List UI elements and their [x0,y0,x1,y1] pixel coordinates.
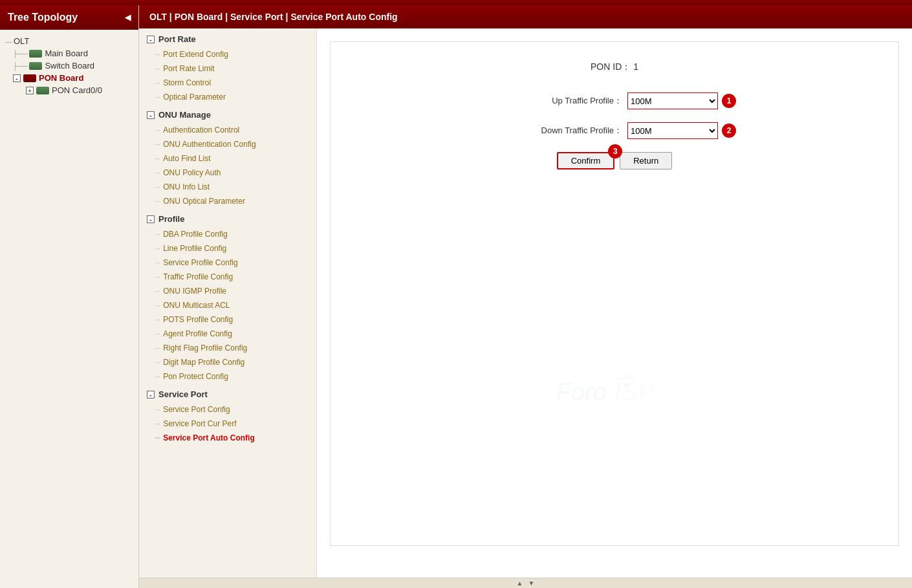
nav-item-label-5: Authentication Control [163,125,239,135]
nav-item-label-22: Service Port Config [163,405,230,414]
nav-item-service-port-config[interactable]: ··· Service Port Config [139,402,316,417]
nav-item-onu-igmp-profile[interactable]: ··· ONU IGMP Profile [139,284,316,298]
nav-item-service-port-auto-config[interactable]: ··· Service Port Auto Config [139,431,316,445]
tree-item-pon-card[interactable]: + PON Card0/0 [23,84,136,96]
nav-section-port-rate-label: Port Rate [158,34,196,44]
up-traffic-label: Up Traffic Profile： [493,95,622,107]
nav-section-header-profile[interactable]: - Profile [139,211,316,227]
nav-item-onu-info-list[interactable]: ··· ONU Info List [139,180,316,194]
pon-id-value: 1 [633,61,638,72]
section-expand-icon-port-rate[interactable]: - [147,36,155,43]
nav-item-right-flag-profile-config[interactable]: ··· Right Flag Profile Config [139,341,316,355]
nav-item-label-11: DBA Profile Config [163,230,227,239]
nav-item-digit-map-profile-config[interactable]: ··· Digit Map Profile Config [139,355,316,369]
nav-connector: ··· [155,50,160,58]
nav-item-pon-protect-config[interactable]: ··· Pon Protect Config [139,369,316,384]
nav-item-service-profile-config[interactable]: ··· Service Profile Config [139,256,316,270]
pon-id-display: PON ID： 1 [343,61,885,73]
nav-item-label-4: Optical Parameter [163,93,226,102]
nav-item-label: Port Extend Config [163,50,228,59]
confirm-button[interactable]: Confirm [557,152,615,169]
section-expand-icon-service-port[interactable]: - [147,391,155,398]
nav-connector-8: ··· [155,169,160,177]
pon-card-expand-icon[interactable]: + [26,87,34,94]
up-traffic-select[interactable]: 100M 200M 500M 1G [627,93,718,109]
nav-item-service-port-cur-perf[interactable]: ··· Service Port Cur Perf [139,417,316,431]
svg-point-2 [624,384,628,387]
main-layout: Tree Topology ◀ — OLT ├── Main Board ├──… [0,5,912,588]
nav-connector-3: ··· [155,79,160,87]
nav-item-storm-control[interactable]: ··· Storm Control [139,76,316,90]
down-traffic-select[interactable]: 100M 200M 500M 1G [627,122,718,139]
content-area: OLT | PON Board | Service Port | Service… [139,5,912,588]
switch-board-icon [29,62,42,70]
nav-item-label-23: Service Port Cur Perf [163,419,236,428]
nav-section-header-service-port[interactable]: - Service Port [139,386,316,402]
nav-connector-9: ··· [155,183,160,191]
up-traffic-row: Up Traffic Profile： 100M 200M 500M 1G 1 [343,93,885,109]
nav-item-onu-multicast-acl[interactable]: ··· ONU Multicast ACL [139,298,316,312]
nav-item-optical-parameter[interactable]: ··· Optical Parameter [139,90,316,104]
nav-item-label-6: ONU Authentication Config [163,140,255,149]
tree-item-switch-board[interactable]: ├── Switch Board [10,60,136,72]
breadcrumb-text: OLT | PON Board | Service Port | Service… [149,12,398,22]
scroll-down-arrow[interactable]: ▼ [526,580,537,587]
nav-item-pots-profile-config[interactable]: ··· POTS Profile Config [139,312,316,327]
nav-section-port-rate: - Port Rate ··· Port Extend Config ··· P… [139,31,316,104]
pon-board-label: PON Board [39,73,83,83]
nav-item-line-profile-config[interactable]: ··· Line Profile Config [139,241,316,256]
svg-text:ISP: ISP [614,378,655,406]
nav-item-auth-control[interactable]: ··· Authentication Control [139,123,316,137]
watermark-logo: Foro ISP [550,371,679,410]
nav-item-label-15: ONU IGMP Profile [163,287,226,296]
scroll-up-arrow[interactable]: ▲ [514,580,526,587]
watermark: Foro ISP [550,371,679,416]
bottom-scroll[interactable]: ▲ ▼ [139,578,912,588]
nav-item-onu-policy-auth[interactable]: ··· ONU Policy Auth [139,166,316,180]
sidebar-title: Tree Topology [8,12,78,23]
section-expand-icon-profile[interactable]: - [147,215,155,223]
nav-section-header-onu-manage[interactable]: - ONU Manage [139,107,316,123]
return-button[interactable]: Return [620,152,672,169]
pon-card-label: PON Card0/0 [52,85,102,95]
step-badge-1: 1 [722,94,736,108]
nav-item-dba-profile-config[interactable]: ··· DBA Profile Config [139,227,316,241]
nav-connector-7: ··· [155,155,160,162]
tree-item-pon-board[interactable]: - PON Board [10,72,136,84]
nav-item-port-rate-limit[interactable]: ··· Port Rate Limit [139,61,316,76]
nav-item-traffic-profile-config[interactable]: ··· Traffic Profile Config [139,270,316,284]
nav-item-auto-find-list[interactable]: ··· Auto Find List [139,151,316,166]
nav-item-onu-optical-parameter[interactable]: ··· ONU Optical Parameter [139,194,316,208]
tree-connector: ├── [13,50,28,58]
pon-card-icon [36,87,49,94]
breadcrumb: OLT | PON Board | Service Port | Service… [139,5,912,28]
nav-item-port-extend-config[interactable]: ··· Port Extend Config [139,47,316,61]
main-board-icon [29,50,42,58]
nav-item-onu-auth-config[interactable]: ··· ONU Authentication Config [139,137,316,151]
nav-item-agent-profile-config[interactable]: ··· Agent Profile Config [139,327,316,341]
nav-item-label-17: POTS Profile Config [163,315,233,324]
sidebar: Tree Topology ◀ — OLT ├── Main Board ├──… [0,5,139,588]
down-traffic-row: Down Traffic Profile： 100M 200M 500M 1G … [343,122,885,139]
section-expand-icon-onu-manage[interactable]: - [147,111,155,119]
sidebar-collapse-button[interactable]: ◀ [125,13,131,22]
nav-section-header-port-rate[interactable]: - Port Rate [139,31,316,47]
nav-menu: - Port Rate ··· Port Extend Config ··· P… [139,28,317,578]
form-container: PON ID： 1 Up Traffic Profile： 100M 200M … [330,41,899,546]
pon-board-expand-icon[interactable]: - [13,74,21,82]
nav-section-service-port-label: Service Port [158,389,208,399]
nav-item-label-19: Right Flag Profile Config [163,343,247,353]
nav-section-onu-manage: - ONU Manage ··· Authentication Control … [139,107,316,208]
button-row: Confirm 3 Return [343,152,885,169]
nav-item-label-14: Traffic Profile Config [163,272,233,281]
nav-connector-5: ··· [155,126,160,134]
tree-item-olt[interactable]: — OLT [3,35,136,47]
olt-label: OLT [14,36,29,46]
step-badge-2: 2 [722,124,736,138]
nav-connector-2: ··· [155,65,160,72]
switch-board-label: Switch Board [45,61,94,71]
nav-item-label-3: Storm Control [163,78,211,87]
tree-item-main-board[interactable]: ├── Main Board [10,47,136,60]
tree-connector-2: ├── [13,62,28,70]
nav-section-profile: - Profile ··· DBA Profile Config ··· Lin… [139,211,316,384]
